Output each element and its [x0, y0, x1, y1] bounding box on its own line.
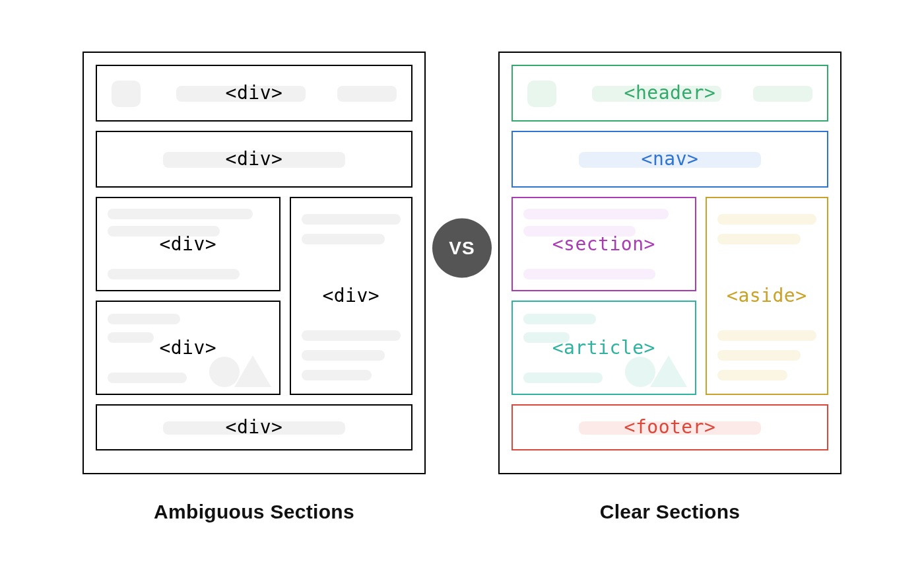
caption-ambiguous: Ambiguous Sections — [82, 501, 426, 523]
captions-row: Ambiguous Sections Clear Sections — [82, 501, 842, 523]
caption-clear: Clear Sections — [498, 501, 842, 523]
panel-clear: <header> <nav> <section> — [498, 52, 842, 474]
clear-header-box: <header> — [512, 65, 828, 122]
diagram-stage: <div> <div> <div> <div> — [82, 52, 842, 474]
clear-aside-label: <aside> — [727, 285, 807, 306]
clear-footer-box: <footer> — [512, 404, 828, 450]
ambiguous-nav-box: <div> — [96, 131, 412, 188]
ambiguous-article-box: <div> — [96, 301, 280, 395]
ambiguous-footer-label: <div> — [226, 416, 283, 438]
clear-section-label: <section> — [552, 233, 655, 255]
clear-article-label: <article> — [552, 337, 655, 359]
clear-nav-label: <nav> — [642, 148, 699, 170]
ambiguous-aside-box: <div> — [290, 197, 412, 395]
clear-nav-box: <nav> — [512, 131, 828, 188]
ambiguous-header-label: <div> — [226, 82, 283, 104]
panel-ambiguous: <div> <div> <div> <div> — [82, 52, 426, 474]
clear-article-box: <article> — [512, 301, 696, 395]
ambiguous-footer-box: <div> — [96, 404, 412, 450]
clear-section-box: <section> — [512, 197, 696, 291]
vs-label: VS — [449, 237, 475, 258]
ambiguous-header-box: <div> — [96, 65, 412, 122]
vs-badge: VS — [432, 218, 492, 277]
clear-footer-label: <footer> — [624, 416, 716, 438]
ambiguous-mid-row: <div> <div> <div> — [96, 197, 412, 395]
clear-mid-row: <section> <article> — [512, 197, 828, 395]
ambiguous-nav-label: <div> — [226, 148, 283, 170]
ambiguous-aside-label: <div> — [322, 285, 380, 306]
ambiguous-article-label: <div> — [159, 337, 216, 359]
ambiguous-section-box: <div> — [96, 197, 280, 291]
ambiguous-section-label: <div> — [159, 233, 216, 255]
clear-aside-box: <aside> — [706, 197, 828, 395]
clear-header-label: <header> — [624, 82, 716, 104]
